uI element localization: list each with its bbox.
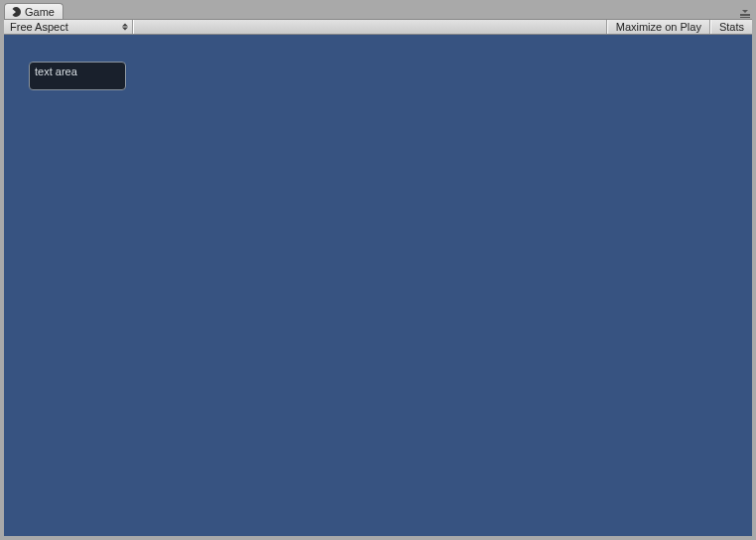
maximize-label: Maximize on Play <box>616 21 701 33</box>
text-area-label: text area <box>35 66 77 77</box>
tab-game[interactable]: Game <box>4 3 63 19</box>
aspect-dropdown-label: Free Aspect <box>10 21 68 33</box>
text-area[interactable]: text area <box>29 62 126 90</box>
tab-bar: Game <box>0 0 756 19</box>
options-menu-icon[interactable] <box>738 10 752 18</box>
pacman-icon <box>11 7 21 17</box>
toolbar-spacer <box>133 20 607 34</box>
maximize-on-play-button[interactable]: Maximize on Play <box>607 20 710 34</box>
sort-arrows-icon <box>122 24 128 31</box>
toolbar: Free Aspect Maximize on Play Stats <box>4 19 752 35</box>
stats-button[interactable]: Stats <box>710 20 752 34</box>
stats-label: Stats <box>719 21 744 33</box>
game-view: text area <box>4 35 752 536</box>
tab-label: Game <box>25 6 55 18</box>
aspect-dropdown[interactable]: Free Aspect <box>4 20 133 34</box>
